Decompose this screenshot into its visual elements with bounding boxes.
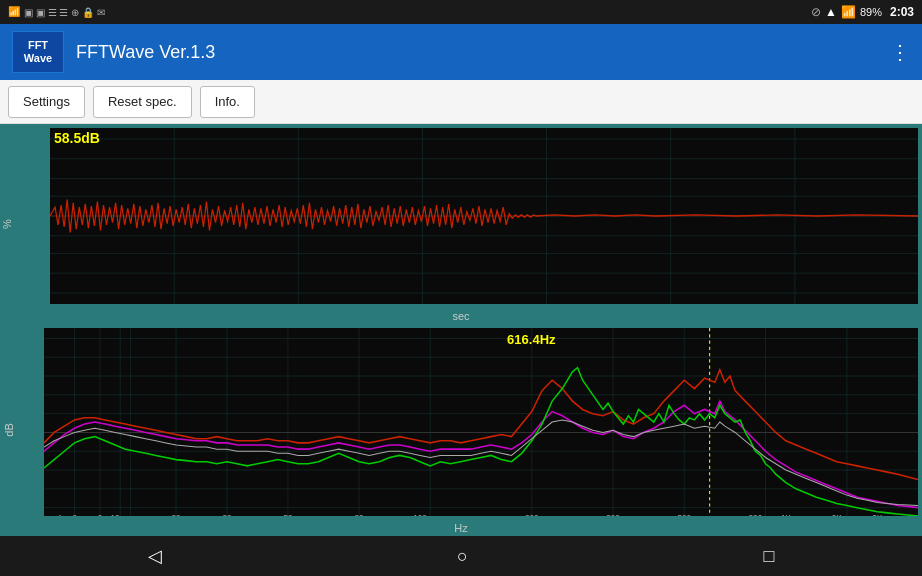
wave-chart: 58.5dB % sec 100 75 50 [0,124,922,324]
fft-x-axis-label: Hz [454,522,467,534]
svg-text:2K: 2K [832,514,842,516]
wave-x-axis-label: sec [452,310,469,322]
svg-text:20: 20 [172,514,181,516]
carrier-icons: ▣ ▣ ☰ ☰ ⊕ 🔒 ✉ [24,7,105,18]
svg-text:3K: 3K [872,514,882,516]
wave-db-label: 58.5dB [54,130,100,146]
svg-text:800: 800 [749,514,763,516]
svg-text:1K: 1K [781,514,791,516]
wifi-icon: 📶 [8,6,20,18]
title-bar: FFT Wave FFTWave Ver.1.3 ⋮ [0,24,922,80]
recent-button[interactable]: □ [763,546,774,567]
reset-spec-button[interactable]: Reset spec. [93,86,192,118]
home-button[interactable]: ○ [457,546,468,567]
fft-freq-label: 616.4Hz [507,332,555,347]
time-label: 2:03 [890,5,914,19]
wave-y-axis-label: % [1,219,13,229]
svg-text:300: 300 [606,514,620,516]
svg-text:500: 500 [677,514,691,516]
logo-line1: FFT [28,39,48,52]
back-button[interactable]: ◁ [148,545,162,567]
fft-chart: 616.4Hz dB Hz [0,324,922,536]
block-icon: ⊘ [811,5,821,19]
toolbar: Settings Reset spec. Info. [0,80,922,124]
svg-text:9: 9 [98,514,103,516]
svg-rect-32 [44,328,918,516]
svg-text:4: 4 [57,514,62,516]
charts-area: 58.5dB % sec 100 75 50 [0,124,922,536]
menu-button[interactable]: ⋮ [890,40,910,64]
svg-text:200: 200 [525,514,539,516]
fft-y-axis-label: dB [3,423,15,436]
app-logo: FFT Wave [12,31,64,73]
status-icons-right: ⊘ ▲ 📶 89% 2:03 [811,5,914,19]
status-icons-left: 📶 ▣ ▣ ☰ ☰ ⊕ 🔒 ✉ [8,6,105,18]
logo-line2: Wave [24,52,52,65]
fft-chart-svg: 80 70 60 50 40 30 20 10 0 -10 -20 4 6 9 … [44,328,918,516]
wifi-signal-icon: ▲ [825,5,837,19]
app-title: FFTWave Ver.1.3 [76,42,890,63]
wave-chart-svg: 100 75 50 25 0 -25 -50 -75 -100 0.00 0.1… [50,128,918,304]
svg-text:10: 10 [111,514,120,516]
svg-text:100: 100 [413,514,427,516]
nav-bar: ◁ ○ □ [0,536,922,576]
svg-text:30: 30 [222,514,231,516]
battery-label: 89% [860,6,882,18]
svg-text:50: 50 [283,514,292,516]
status-bar: 📶 ▣ ▣ ☰ ☰ ⊕ 🔒 ✉ ⊘ ▲ 📶 89% 2:03 [0,0,922,24]
signal-icon: 📶 [841,5,856,19]
info-button[interactable]: Info. [200,86,255,118]
svg-text:6: 6 [72,514,77,516]
settings-button[interactable]: Settings [8,86,85,118]
svg-text:80: 80 [355,514,364,516]
